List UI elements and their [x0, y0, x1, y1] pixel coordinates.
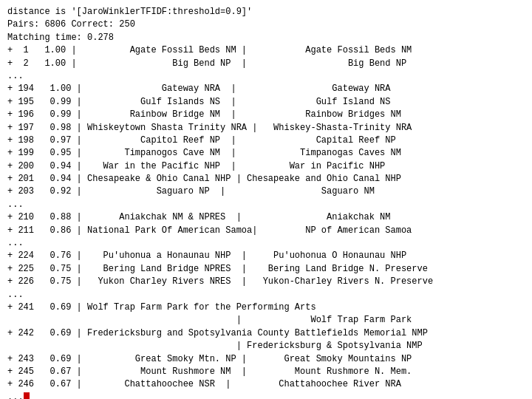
- terminal-line: + 195 0.99 | Gulf Islands NS | Gulf Isla…: [7, 96, 525, 109]
- terminal-line: ...: [7, 289, 525, 301]
- terminal-line: + 210 0.88 | Aniakchak NM & NPRES | Ania…: [7, 211, 525, 224]
- terminal-line: + 197 0.98 | Whiskeytown Shasta Trinity …: [7, 122, 525, 134]
- terminal-line: ...: [7, 237, 525, 250]
- terminal-line: + 225 0.75 | Bering Land Bridge NPRES | …: [7, 263, 525, 276]
- terminal-line: + 200 0.94 | War in the Pacific NHP | Wa…: [7, 160, 525, 173]
- terminal-line: distance is '[JaroWinklerTFIDF:threshold…: [7, 6, 525, 18]
- terminal-cursor: [24, 392, 30, 399]
- terminal-line: + 203 0.92 | Saguaro NP | Saguaro NM: [7, 185, 525, 198]
- terminal-line: + 226 0.75 | Yukon Charley Rivers NRES |…: [7, 276, 525, 288]
- terminal-line: | Fredericksburg & Spotsylvania NMP: [7, 340, 525, 352]
- terminal-line: Pairs: 6806 Correct: 250: [7, 18, 525, 31]
- terminal-line: + 246 0.67 | Chattahoochee NSR | Chattah…: [7, 378, 525, 391]
- terminal-line: + 1 1.00 | Agate Fossil Beds NM | Agate …: [7, 44, 525, 57]
- terminal-line: + 224 0.76 | Pu'uhonua a Honaunau NHP | …: [7, 250, 525, 262]
- terminal-line: + 198 0.97 | Capitol Reef NP | Capital R…: [7, 134, 525, 147]
- terminal-line: + 243 0.69 | Great Smoky Mtn. NP | Great…: [7, 353, 525, 366]
- terminal-line: Matching time: 0.278: [7, 32, 525, 44]
- terminal-line: ...: [7, 392, 525, 399]
- terminal-line: ...: [7, 70, 525, 83]
- terminal-line: + 211 0.86 | National Park Of American S…: [7, 225, 525, 237]
- terminal-line: + 194 1.00 | Gateway NRA | Gateway NRA: [7, 83, 525, 95]
- terminal-output: distance is '[JaroWinklerTFIDF:threshold…: [7, 6, 525, 399]
- terminal-line: + 201 0.94 | Chesapeake & Ohio Canal NHP…: [7, 173, 525, 185]
- terminal-line: ...: [7, 199, 525, 211]
- terminal-line: + 241 0.69 | Wolf Trap Farm Park for the…: [7, 301, 525, 314]
- terminal-line: + 2 1.00 | Big Bend NP | Big Bend NP: [7, 58, 525, 70]
- terminal-line: | Wolf Trap Farm Park: [7, 314, 525, 327]
- terminal-line: + 199 0.95 | Timpanogos Cave NM | Timpan…: [7, 147, 525, 160]
- terminal-line: + 242 0.69 | Fredericksburg and Spotsylv…: [7, 327, 525, 340]
- terminal-line: + 196 0.99 | Rainbow Bridge NM | Rainbow…: [7, 109, 525, 121]
- terminal-line: + 245 0.67 | Mount Rushmore NM | Mount R…: [7, 366, 525, 378]
